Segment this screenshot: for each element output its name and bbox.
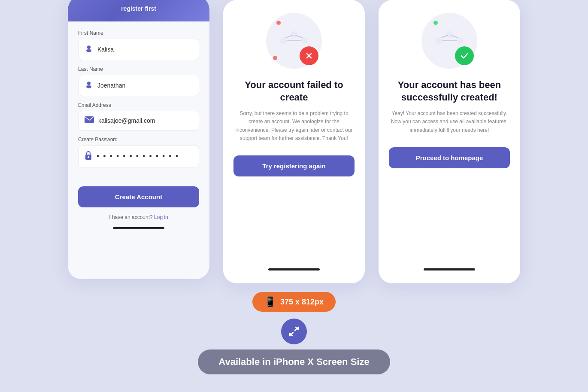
fail-title: Your account failed to create — [233, 79, 355, 103]
svg-point-1 — [86, 49, 91, 52]
x-icon — [304, 51, 314, 61]
svg-point-8 — [301, 37, 308, 44]
last-name-value: Joenathan — [97, 82, 125, 89]
phone1-header: register first — [68, 0, 209, 21]
svg-point-9 — [291, 31, 297, 38]
success-illustration — [421, 13, 477, 69]
success-title: Your account has been successfully creat… — [389, 79, 510, 103]
svg-point-0 — [87, 46, 91, 49]
home-indicator-2 — [268, 268, 320, 270]
svg-point-6 — [88, 156, 89, 158]
dot-red-2 — [273, 56, 277, 60]
dot-red-1 — [276, 21, 281, 25]
home-indicator — [113, 227, 164, 229]
phone1-header-text: register first — [121, 5, 156, 12]
login-prompt: I have an account? Log in — [78, 214, 199, 220]
svg-point-7 — [280, 37, 287, 44]
last-name-label: Last Name — [78, 66, 199, 72]
phone3-body: Your account has been successfully creat… — [379, 0, 520, 283]
first-name-input[interactable]: Kalisa — [78, 39, 199, 60]
password-dots: • • • • • • • • • • • • • — [97, 152, 179, 161]
svg-point-2 — [87, 82, 91, 85]
fail-illustration — [266, 13, 322, 69]
success-badge — [455, 46, 474, 65]
shrink-button[interactable] — [281, 319, 307, 344]
phone-register: register first First Name Kalisa Last Na… — [68, 0, 209, 279]
phone-badge-icon: 📱 — [264, 296, 276, 307]
phones-row: register first First Name Kalisa Last Na… — [0, 0, 588, 283]
login-link[interactable]: Log in — [154, 214, 168, 220]
phone-failed: Your account failed to create Sorry, but… — [223, 0, 365, 283]
password-input[interactable]: • • • • • • • • • • • • • — [78, 145, 199, 167]
available-badge: Available in iPhone X Screen Size — [198, 349, 390, 374]
svg-point-17 — [446, 31, 453, 38]
login-prompt-text: I have an account? — [109, 214, 152, 220]
user-icon — [85, 44, 93, 55]
email-value: kalisajoe@gmail.com — [98, 117, 155, 124]
proceed-homepage-button[interactable]: Proceed to homepage — [389, 147, 510, 168]
success-desc: Yeay! Your account has been created succ… — [389, 109, 510, 134]
available-label: Available in iPhone X Screen Size — [218, 356, 369, 368]
dot-green-1 — [433, 21, 438, 25]
svg-point-3 — [86, 85, 91, 88]
svg-point-15 — [435, 37, 442, 44]
last-name-input[interactable]: Joenathan — [78, 75, 199, 96]
fail-desc: Sorry, but there seems to be a problem t… — [233, 109, 355, 143]
phone-success: Your account has been successfully creat… — [379, 0, 520, 283]
password-label: Create Password — [78, 137, 199, 143]
home-indicator-3 — [424, 268, 475, 270]
try-again-button[interactable]: Try registering again — [233, 155, 355, 176]
phone2-body: Your account failed to create Sorry, but… — [223, 0, 365, 283]
email-input[interactable]: kalisajoe@gmail.com — [78, 111, 199, 131]
email-icon — [85, 116, 94, 125]
first-name-label: First Name — [78, 30, 199, 36]
size-label: 375 x 812px — [280, 298, 324, 307]
lock-icon — [85, 151, 92, 162]
phone1-body: First Name Kalisa Last Name — [68, 21, 209, 279]
fail-badge — [300, 46, 318, 65]
bottom-section: 📱 375 x 812px Available in iPhone X Scre… — [198, 292, 390, 374]
shrink-icon — [288, 325, 300, 337]
email-label: Email Address — [78, 102, 199, 108]
svg-point-16 — [457, 37, 464, 44]
user-icon-2 — [85, 80, 93, 91]
size-badge: 📱 375 x 812px — [252, 292, 336, 312]
create-account-button[interactable]: Create Account — [78, 186, 199, 207]
check-icon — [460, 51, 469, 61]
first-name-value: Kalisa — [97, 46, 114, 53]
